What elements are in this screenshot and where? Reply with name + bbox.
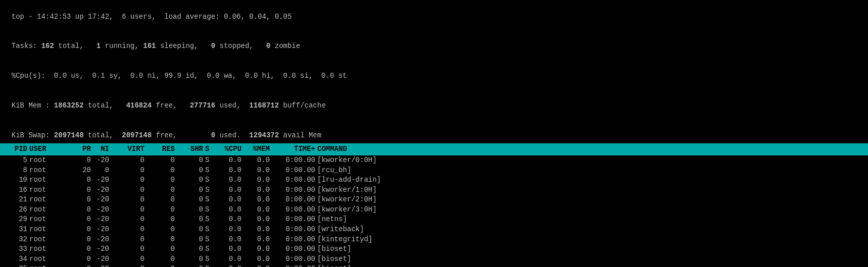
cell-res: 0	[147, 244, 177, 254]
cell-pid: 16	[3, 185, 29, 195]
cell-pid: 34	[3, 254, 29, 264]
cell-cmd: [bioset]	[317, 254, 865, 264]
cell-cpu: 0.0	[215, 175, 244, 185]
cell-user: root	[29, 235, 75, 245]
cell-ni: 0	[93, 166, 111, 176]
cell-res: 0	[147, 215, 177, 225]
tasks-mid3: sleeping,	[156, 42, 211, 50]
cell-mem: 0.0	[244, 195, 272, 205]
cell-ni: -20	[93, 215, 111, 225]
cell-mem: 0.0	[244, 244, 272, 254]
cell-s: S	[205, 225, 215, 235]
cell-mem: 0.0	[244, 235, 272, 245]
header-pr: PR	[75, 144, 93, 154]
header-s: S	[205, 144, 215, 154]
table-row: 21root0-20000S0.00.00:00.00[kworker/2:0H…	[0, 195, 868, 205]
cell-virt: 0	[111, 225, 147, 235]
header-res: RES	[147, 144, 177, 154]
table-row: 5root0-20000S0.00.00:00.00[kworker/0:0H]	[0, 155, 868, 166]
cell-shr: 0	[177, 166, 205, 176]
mem-total: 1863252	[54, 101, 84, 110]
cell-cpu: 0.0	[215, 155, 244, 166]
cell-time: 0:00.00	[272, 235, 317, 245]
cell-pr: 0	[75, 195, 93, 205]
cell-user: root	[29, 166, 75, 176]
cell-s: S	[205, 244, 215, 254]
cell-virt: 0	[111, 215, 147, 225]
cell-time: 0:00.00	[272, 166, 317, 176]
mem-label: KiB Mem :	[12, 101, 54, 110]
cell-virt: 0	[111, 235, 147, 245]
cell-pr: 0	[75, 244, 93, 254]
cell-shr: 0	[177, 235, 205, 245]
cell-virt: 0	[111, 264, 147, 267]
swap-free: 2097148	[122, 131, 152, 139]
cell-mem: 0.0	[244, 205, 272, 215]
mem-free: 416824	[126, 101, 152, 110]
cell-s: S	[205, 215, 215, 225]
cell-pid: 10	[3, 175, 29, 185]
cell-res: 0	[147, 155, 177, 166]
cell-s: S	[205, 175, 215, 185]
cell-pr: 0	[75, 254, 93, 264]
summary-line1: top - 14:42:53 up 17:42, 6 users, load a…	[12, 13, 292, 21]
cell-mem: 0.0	[244, 155, 272, 166]
cell-virt: 0	[111, 166, 147, 176]
cell-time: 0:00.00	[272, 264, 317, 267]
cell-cpu: 0.0	[215, 225, 244, 235]
swap-total: 2097148	[54, 131, 84, 139]
cell-cmd: [kworker/1:0H]	[317, 185, 865, 195]
cell-s: S	[205, 254, 215, 264]
cell-shr: 0	[177, 225, 205, 235]
cell-user: root	[29, 215, 75, 225]
table-row: 29root0-20000S0.00.00:00.00[netns]	[0, 215, 868, 225]
cell-user: root	[29, 244, 75, 254]
cell-cmd: [writeback]	[317, 225, 865, 235]
cell-user: root	[29, 155, 75, 166]
cell-cmd: [rcu_bh]	[317, 166, 865, 176]
cell-mem: 0.0	[244, 225, 272, 235]
cell-virt: 0	[111, 205, 147, 215]
table-row: 35root0-20000S0.00.00:00.00[bioset]	[0, 264, 868, 267]
tasks-mid4: stopped,	[215, 42, 266, 50]
table-row: 32root0-20000S0.00.00:00.00[kintegrityd]	[0, 235, 868, 245]
cell-mem: 0.0	[244, 264, 272, 267]
cell-virt: 0	[111, 185, 147, 195]
cell-cpu: 0.0	[215, 215, 244, 225]
cell-mem: 0.0	[244, 166, 272, 176]
cell-ni: -20	[93, 185, 111, 195]
cell-res: 0	[147, 264, 177, 267]
mem-mid3: used,	[215, 101, 249, 110]
cell-ni: -20	[93, 235, 111, 245]
cell-ni: -20	[93, 195, 111, 205]
cell-cmd: [netns]	[317, 215, 865, 225]
tasks-label: Tasks:	[12, 42, 41, 50]
cell-time: 0:00.00	[272, 225, 317, 235]
cell-pid: 29	[3, 215, 29, 225]
tasks-running: 1	[97, 42, 101, 50]
cell-shr: 0	[177, 215, 205, 225]
cell-pid: 8	[3, 166, 29, 176]
header-mem: %MEM	[244, 144, 272, 154]
cell-cpu: 0.0	[215, 235, 244, 245]
cell-user: root	[29, 205, 75, 215]
table-row: 33root0-20000S0.00.00:00.00[bioset]	[0, 244, 868, 254]
cell-virt: 0	[111, 195, 147, 205]
table-row: 10root0-20000S0.00.00:00.00[lru-add-drai…	[0, 175, 868, 185]
cell-pr: 20	[75, 166, 93, 176]
cell-pid: 32	[3, 235, 29, 245]
cell-cmd: [kintegrityd]	[317, 235, 865, 245]
cell-cpu: 0.0	[215, 244, 244, 254]
cell-user: root	[29, 225, 75, 235]
swap-used: 0	[211, 131, 215, 139]
cell-mem: 0.0	[244, 215, 272, 225]
cell-s: S	[205, 185, 215, 195]
cell-ni: -20	[93, 205, 111, 215]
tasks-stopped: 0	[211, 42, 215, 50]
swap-avail: 1294372	[249, 131, 279, 139]
cell-pr: 0	[75, 205, 93, 215]
cell-cpu: 0.0	[215, 254, 244, 264]
cell-shr: 0	[177, 244, 205, 254]
cell-ni: -20	[93, 155, 111, 166]
cell-ni: -20	[93, 244, 111, 254]
